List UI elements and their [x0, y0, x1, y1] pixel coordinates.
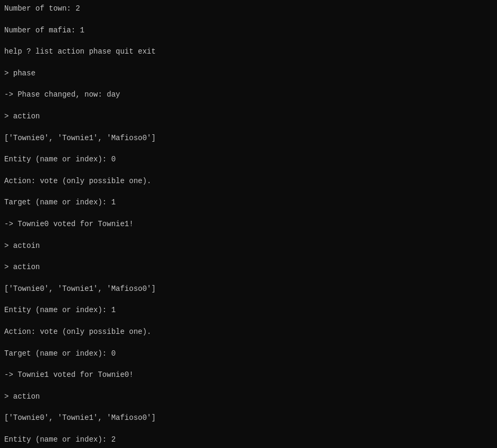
terminal-line: Target (name or index): 0	[4, 348, 493, 359]
terminal-line: Entity (name or index): 1	[4, 305, 493, 315]
terminal-line: help ? list action phase quit exit	[4, 46, 493, 57]
terminal-line: > phase	[4, 68, 493, 79]
terminal-line: > action	[4, 262, 493, 272]
terminal-line: > actoin	[4, 240, 493, 251]
terminal-line: ['Townie0', 'Townie1', 'Mafioso0']	[4, 283, 493, 294]
terminal-line: Entity (name or index): 2	[4, 434, 493, 445]
terminal-line: -> Phase changed, now: day	[4, 89, 493, 100]
terminal-line: -> Townie1 voted for Townie0!	[4, 369, 493, 380]
terminal-line: Entity (name or index): 0	[4, 154, 493, 165]
terminal-line: Target (name or index): 1	[4, 197, 493, 208]
terminal-line: > action	[4, 391, 493, 402]
terminal-window[interactable]: Number of town: 2 Number of mafia: 1 hel…	[0, 0, 497, 448]
terminal-line: ['Townie0', 'Townie1', 'Mafioso0']	[4, 412, 493, 423]
terminal-line: Number of mafia: 1	[4, 25, 493, 36]
terminal-line: > action	[4, 111, 493, 122]
terminal-line: Action: vote (only possible one).	[4, 176, 493, 186]
terminal-line: Action: vote (only possible one).	[4, 326, 493, 337]
terminal-line: Number of town: 2	[4, 3, 493, 14]
terminal-line: -> Townie0 voted for Townie1!	[4, 219, 493, 229]
terminal-line: ['Townie0', 'Townie1', 'Mafioso0']	[4, 133, 493, 143]
